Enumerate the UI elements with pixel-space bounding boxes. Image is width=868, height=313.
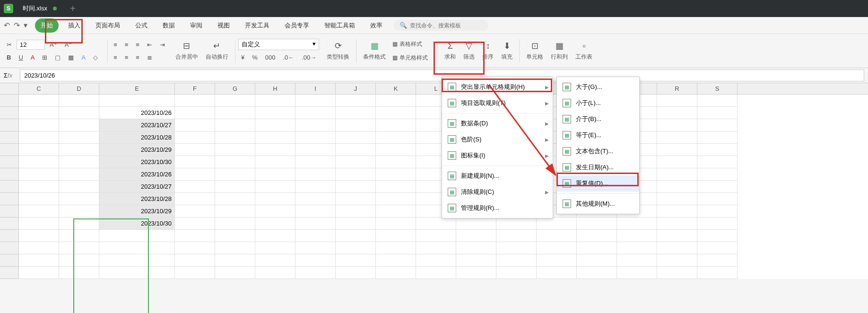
font-color-button[interactable]: A — [28, 52, 38, 63]
cell[interactable] — [376, 168, 416, 181]
cell[interactable] — [59, 267, 99, 279]
row-header[interactable] — [0, 181, 19, 193]
cell[interactable] — [336, 217, 376, 230]
decimal-inc-button[interactable]: .0← — [280, 52, 297, 63]
cell[interactable] — [19, 217, 59, 230]
cell[interactable] — [19, 144, 59, 156]
comma-button[interactable]: 000 — [262, 52, 278, 63]
cell[interactable] — [175, 217, 215, 230]
cell[interactable] — [215, 107, 255, 119]
row-header[interactable] — [0, 156, 19, 168]
cell[interactable] — [376, 267, 416, 279]
menu-item[interactable]: ▦突出显示单元格规则(H)▶ — [442, 79, 553, 95]
cell[interactable] — [336, 95, 376, 107]
cell[interactable] — [175, 119, 215, 131]
cell[interactable] — [456, 254, 496, 267]
cell[interactable] — [376, 242, 416, 254]
cell[interactable] — [697, 95, 738, 107]
cell[interactable]: 2023/10/29 — [99, 205, 175, 217]
currency-button[interactable]: ¥ — [238, 52, 247, 63]
col-header[interactable]: I — [295, 83, 336, 94]
cell[interactable] — [19, 181, 59, 193]
cell[interactable] — [657, 267, 697, 279]
cell[interactable] — [215, 168, 255, 181]
cell[interactable] — [59, 168, 99, 181]
cell[interactable] — [255, 119, 295, 131]
row-header[interactable] — [0, 205, 19, 217]
cell[interactable] — [657, 242, 697, 254]
cell[interactable] — [657, 119, 697, 131]
cell[interactable] — [19, 193, 59, 205]
cell[interactable] — [175, 144, 215, 156]
cell[interactable] — [336, 119, 376, 131]
cell[interactable] — [175, 156, 215, 168]
cell[interactable] — [295, 156, 336, 168]
cell[interactable] — [99, 242, 175, 254]
cell[interactable] — [496, 242, 537, 254]
fx-icon[interactable]: fx — [8, 72, 12, 79]
tab-layout[interactable]: 页面布局 — [90, 18, 126, 33]
cell[interactable] — [295, 181, 336, 193]
cell[interactable] — [697, 205, 738, 217]
cell[interactable] — [657, 181, 697, 193]
cell[interactable] — [657, 144, 697, 156]
cell[interactable] — [19, 107, 59, 119]
font-decrease-button[interactable]: A⁻ — [62, 39, 75, 50]
tab-review[interactable]: 审阅 — [184, 18, 208, 33]
cell[interactable] — [99, 95, 175, 107]
cell[interactable]: 2023/10/29 — [99, 144, 175, 156]
cell[interactable] — [456, 217, 496, 230]
select-all-corner[interactable] — [0, 83, 19, 94]
cell[interactable] — [295, 107, 336, 119]
cell[interactable] — [336, 193, 376, 205]
cell[interactable] — [59, 181, 99, 193]
indent-decrease-button[interactable]: ⇤ — [144, 39, 155, 50]
cell[interactable] — [577, 230, 617, 242]
cell[interactable] — [175, 242, 215, 254]
cell[interactable] — [59, 131, 99, 144]
cell[interactable] — [376, 217, 416, 230]
row-header[interactable] — [0, 217, 19, 230]
row-header[interactable] — [0, 131, 19, 144]
bold-button[interactable]: B — [4, 52, 14, 63]
cell[interactable] — [657, 168, 697, 181]
cell[interactable] — [59, 230, 99, 242]
cell[interactable] — [456, 230, 496, 242]
cell-shading-button[interactable]: ▦ — [65, 52, 77, 63]
cell[interactable] — [537, 267, 577, 279]
history-dropdown[interactable]: ▾ — [24, 21, 27, 30]
menu-item[interactable]: ▦项目选取规则(T)▶ — [442, 95, 553, 111]
cell[interactable] — [215, 217, 255, 230]
cell[interactable] — [255, 131, 295, 144]
cell[interactable] — [416, 230, 456, 242]
cell[interactable] — [456, 267, 496, 279]
tab-efficiency[interactable]: 效率 — [365, 18, 388, 33]
merge-center-button[interactable]: ⊟合并居中 — [172, 39, 202, 63]
clear-format-button[interactable]: ◇ — [90, 52, 101, 63]
cell[interactable] — [295, 144, 336, 156]
cell[interactable] — [255, 156, 295, 168]
cell[interactable] — [255, 205, 295, 217]
cell[interactable] — [336, 181, 376, 193]
cell[interactable] — [175, 107, 215, 119]
align-top-button[interactable]: ≡ — [111, 39, 120, 50]
cell[interactable] — [697, 131, 738, 144]
cell[interactable] — [697, 217, 738, 230]
menu-item[interactable]: ▦管理规则(R)... — [442, 200, 553, 216]
cell[interactable] — [657, 217, 697, 230]
col-header[interactable]: R — [657, 83, 697, 94]
cell[interactable] — [215, 144, 255, 156]
cell[interactable] — [416, 217, 456, 230]
number-format-select[interactable]: 自定义▾ — [238, 39, 319, 50]
menu-item[interactable]: ▦介于(B)... — [557, 111, 639, 127]
cell[interactable] — [255, 242, 295, 254]
cell[interactable] — [215, 131, 255, 144]
cell[interactable] — [657, 254, 697, 267]
tab-formula[interactable]: 公式 — [130, 18, 153, 33]
filter-button[interactable]: ▽筛选 — [460, 39, 478, 63]
col-header[interactable]: H — [255, 83, 295, 94]
cell[interactable] — [19, 156, 59, 168]
cell-button[interactable]: ⊡单元格 — [522, 39, 547, 63]
cell[interactable] — [376, 131, 416, 144]
cell[interactable] — [255, 267, 295, 279]
